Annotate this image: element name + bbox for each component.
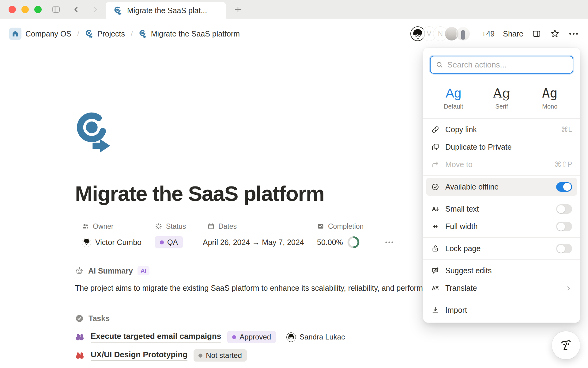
lock-open-icon <box>431 244 439 253</box>
menu-item-available-offline[interactable]: Available offline <box>426 178 577 196</box>
menu-item-move-to[interactable]: Move to ⌘⇧P <box>423 156 580 173</box>
back-button[interactable] <box>72 6 80 13</box>
binoculars-icon <box>75 351 85 360</box>
full-width-icon <box>431 222 439 231</box>
avatar-overflow-count[interactable]: +49 <box>482 29 495 38</box>
menu-item-copy-link[interactable]: Copy link ⌘L <box>423 121 580 138</box>
zoom-window-button[interactable] <box>34 6 42 13</box>
robot-icon <box>75 266 84 275</box>
window-controls <box>9 6 42 13</box>
property-label-completion[interactable]: Completion <box>317 219 385 233</box>
menu-item-lock-page[interactable]: Lock page <box>423 240 580 257</box>
breadcrumb-projects[interactable]: Projects <box>85 29 125 39</box>
header-actions: V N +49 Share <box>410 26 579 41</box>
menu-item-import[interactable]: Import <box>423 301 580 319</box>
side-peek-icon[interactable] <box>532 29 541 38</box>
font-style-picker: Ag Default Ag Serif Ag Mono <box>423 75 580 116</box>
menu-divider <box>423 198 580 198</box>
property-value-dates[interactable]: April 26, 2024 → May 7, 2024 <box>203 233 317 251</box>
link-icon <box>431 125 439 134</box>
favorite-star-icon[interactable] <box>550 29 560 39</box>
menu-item-translate[interactable]: Translate <box>423 279 580 297</box>
page-header: Company OS / Projects / Migrate the SaaS… <box>0 19 588 48</box>
menu-divider <box>423 237 580 238</box>
property-label-dates[interactable]: Dates <box>203 219 317 233</box>
browser-tab[interactable]: Migrate the SaaS plat... <box>106 2 226 19</box>
task-status-badge[interactable]: Not started <box>194 349 247 362</box>
breadcrumb-current-page[interactable]: Migrate the SaaS platform <box>139 29 240 39</box>
ai-face-icon <box>557 337 575 354</box>
menu-item-small-text[interactable]: Small text <box>423 200 580 218</box>
avatar[interactable] <box>456 26 470 41</box>
page-migrate-icon[interactable] <box>75 109 112 155</box>
font-option-serif[interactable]: Ag Serif <box>477 86 526 110</box>
new-tab-button[interactable] <box>233 5 243 14</box>
minimize-window-button[interactable] <box>21 6 29 13</box>
search-actions-field[interactable] <box>430 56 573 74</box>
breadcrumb-separator: / <box>131 29 133 38</box>
breadcrumb-label: Migrate the SaaS platform <box>151 29 240 38</box>
breadcrumb-company-os[interactable]: Company OS <box>9 28 71 40</box>
tab-title: Migrate the SaaS plat... <box>127 6 207 15</box>
duplicate-icon <box>431 143 439 151</box>
chart-icon <box>317 223 324 230</box>
tasks-heading: Tasks <box>89 314 110 323</box>
lock-page-toggle[interactable] <box>556 244 572 253</box>
menu-divider <box>423 299 580 299</box>
menu-item-duplicate[interactable]: Duplicate to Private <box>423 138 580 156</box>
calendar-icon <box>207 223 215 230</box>
task-link[interactable]: UX/UI Design Prototyping <box>91 350 187 361</box>
task-status-badge[interactable]: Approved <box>227 331 276 343</box>
status-dot <box>198 354 202 358</box>
property-value-status[interactable]: QA <box>155 233 203 251</box>
status-badge: QA <box>155 236 183 248</box>
property-label-status[interactable]: Status <box>155 219 203 233</box>
menu-divider <box>423 118 580 119</box>
toggle-knob <box>557 245 565 253</box>
property-more-button[interactable] <box>385 233 421 251</box>
migrate-page-icon <box>85 29 93 39</box>
full-width-toggle[interactable] <box>556 222 572 231</box>
more-options-icon[interactable] <box>568 32 579 36</box>
binoculars-icon <box>75 332 85 342</box>
property-label-spacer <box>385 219 421 233</box>
property-label-owner[interactable]: Owner <box>82 219 155 233</box>
window-nav-controls <box>51 0 99 19</box>
breadcrumb-label: Company OS <box>25 29 71 38</box>
people-icon <box>82 223 89 230</box>
migrate-page-icon <box>114 6 122 16</box>
viewer-avatar-stack: V N <box>410 26 470 41</box>
font-option-default[interactable]: Ag Default <box>429 86 477 110</box>
search-actions-input[interactable] <box>447 60 568 70</box>
breadcrumb-separator: / <box>77 29 79 38</box>
search-icon <box>435 60 443 69</box>
available-offline-toggle[interactable] <box>556 182 572 192</box>
font-option-mono[interactable]: Ag Mono <box>526 86 574 110</box>
status-dot <box>160 240 164 244</box>
page-options-menu: Ag Default Ag Serif Ag Mono Copy link ⌘L… <box>423 48 580 323</box>
status-dot <box>232 335 236 339</box>
notion-ai-button[interactable] <box>552 331 580 359</box>
small-text-toggle[interactable] <box>556 204 572 214</box>
window-titlebar: Migrate the SaaS plat... <box>0 0 588 19</box>
menu-item-full-width[interactable]: Full width <box>423 218 580 235</box>
menu-item-suggest-edits[interactable]: Suggest edits <box>423 262 580 279</box>
share-button[interactable]: Share <box>503 29 523 38</box>
migrate-page-icon <box>139 29 147 39</box>
property-value-completion[interactable]: 50.00% <box>317 233 385 251</box>
property-value-owner[interactable]: Victor Cumbo <box>82 233 155 251</box>
import-icon <box>431 306 439 314</box>
menu-divider <box>423 259 580 260</box>
task-link[interactable]: Execute targeted email campaigns <box>91 332 221 343</box>
avatar <box>82 238 91 247</box>
forward-button[interactable] <box>91 6 99 13</box>
menu-divider <box>423 175 580 176</box>
breadcrumb: Company OS / Projects / Migrate the SaaS… <box>9 28 240 40</box>
move-to-icon <box>431 160 439 169</box>
small-text-icon <box>431 205 439 213</box>
close-window-button[interactable] <box>9 6 16 13</box>
toggle-knob <box>563 183 571 191</box>
sidebar-toggle-icon[interactable] <box>51 5 61 14</box>
task-row: UX/UI Design Prototyping Not started <box>75 349 588 362</box>
task-assignee[interactable]: Sandra Lukac <box>286 332 345 342</box>
